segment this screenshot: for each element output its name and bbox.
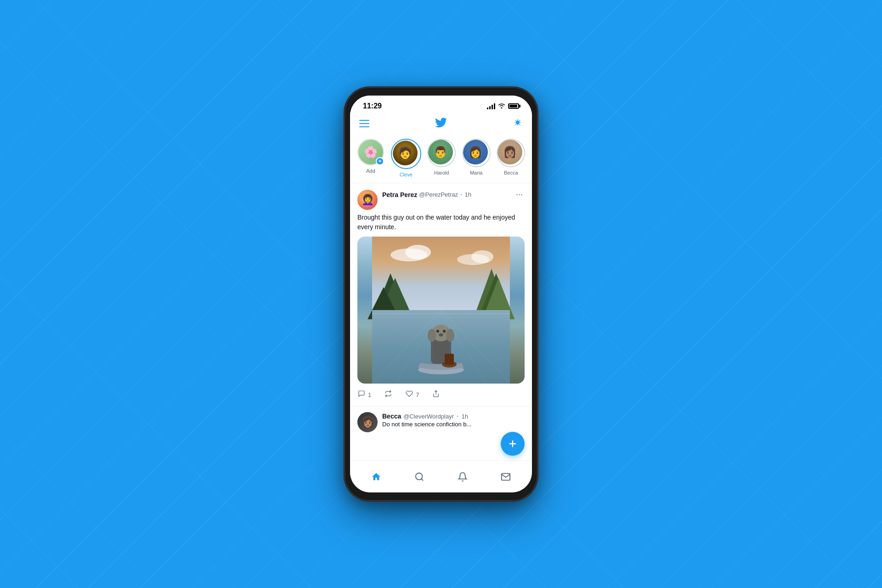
story-name-harold: Harold bbox=[434, 170, 449, 175]
phone-device: 11:29 bbox=[345, 87, 537, 501]
nav-home-button[interactable] bbox=[366, 467, 386, 487]
share-icon bbox=[432, 390, 440, 400]
story-avatar-harold-img: 👨 bbox=[428, 140, 455, 166]
tweet-1-retweet-button[interactable] bbox=[384, 390, 392, 400]
tweet-1-name: Petra Perez bbox=[382, 191, 417, 198]
status-icons bbox=[487, 102, 519, 110]
signal-bars-icon bbox=[487, 103, 495, 109]
signal-bar-1 bbox=[487, 107, 488, 109]
story-avatar-cleve-img: 🧑 bbox=[393, 141, 419, 167]
story-avatar-becca-wrap: 👩🏽 bbox=[497, 139, 525, 167]
nav-messages-button[interactable] bbox=[496, 467, 516, 487]
signal-bar-3 bbox=[492, 105, 493, 109]
tweet-2-text: Do not time science confiction b... bbox=[382, 420, 471, 429]
nav-search-button[interactable] bbox=[409, 467, 430, 487]
harold-avatar-circle: 👨 bbox=[428, 140, 453, 164]
compose-fab-button[interactable] bbox=[501, 432, 525, 456]
svg-point-22 bbox=[428, 329, 436, 342]
tweet-1-like-button[interactable]: 7 bbox=[405, 390, 419, 400]
story-name-maria: Maria bbox=[470, 170, 483, 175]
tweet-1-image-content bbox=[357, 237, 525, 384]
tweet-1-avatar[interactable]: 👩‍🦱 bbox=[357, 190, 378, 210]
story-item-cleve[interactable]: 🧑 Cleve bbox=[391, 139, 420, 177]
tweet-1-time: 1h bbox=[464, 191, 471, 198]
story-name-add: Add bbox=[366, 168, 375, 174]
story-avatar-cleve-wrap: 🧑 bbox=[391, 139, 421, 169]
add-story-button[interactable]: + bbox=[376, 157, 384, 165]
background: 11:29 bbox=[0, 0, 882, 588]
tweet-1-handle: @PerezPetraz bbox=[419, 191, 458, 198]
twitter-logo bbox=[435, 118, 447, 130]
story-item-add[interactable]: 🌸 + Add bbox=[357, 139, 384, 174]
svg-rect-28 bbox=[445, 354, 454, 365]
app-header bbox=[350, 114, 532, 135]
tweet-2-handle: @CleverWordplayr bbox=[403, 413, 454, 420]
tweet-2-preview: 👩🏽 Becca @CleverWordplayr · 1h Do not ti… bbox=[350, 407, 532, 438]
cleve-avatar-circle: 🧑 bbox=[393, 141, 418, 165]
tweet-1-share-button[interactable] bbox=[432, 390, 440, 400]
tweet-1-dot: · bbox=[460, 191, 462, 199]
story-avatar-harold-wrap: 👨 bbox=[427, 139, 456, 167]
becca-avatar-circle: 👩🏽 bbox=[498, 140, 522, 164]
svg-point-30 bbox=[416, 473, 423, 480]
tweet-1-actions: 1 bbox=[357, 388, 525, 400]
tweet-1-reply-count: 1 bbox=[368, 391, 371, 398]
story-avatar-maria-img: 👩 bbox=[463, 140, 490, 166]
phone-screen: 11:29 bbox=[350, 96, 532, 492]
tweet-1-meta: Petra Perez @PerezPetraz · 1h ··· bbox=[382, 190, 525, 199]
phone-body: 11:29 bbox=[345, 87, 537, 501]
signal-bar-2 bbox=[489, 106, 491, 109]
svg-point-2 bbox=[405, 245, 431, 260]
lake-scene-svg bbox=[357, 237, 525, 384]
tweet-1: 👩‍🦱 Petra Perez @PerezPetraz · 1h bbox=[350, 183, 532, 407]
reply-icon bbox=[357, 390, 366, 400]
tweet-1-author-row: Petra Perez @PerezPetraz · 1h ··· bbox=[382, 190, 525, 199]
tweet-2-dot: · bbox=[457, 412, 458, 420]
tweet-2-name: Becca bbox=[382, 413, 401, 420]
tweet-1-like-count: 7 bbox=[416, 391, 419, 398]
tweet-1-reply-button[interactable]: 1 bbox=[357, 390, 371, 400]
story-avatar-maria-wrap: 👩 bbox=[462, 139, 491, 167]
story-item-becca[interactable]: 👩🏽 Becca bbox=[497, 139, 525, 175]
tweet-2-meta: Becca @CleverWordplayr · 1h Do not time … bbox=[382, 412, 471, 432]
svg-point-23 bbox=[446, 329, 454, 342]
svg-point-25 bbox=[443, 330, 446, 333]
tweet-1-header: 👩‍🦱 Petra Perez @PerezPetraz · 1h bbox=[357, 190, 525, 210]
story-name-cleve: Cleve bbox=[400, 172, 413, 177]
stories-row: 🌸 + Add bbox=[350, 135, 532, 183]
wifi-icon bbox=[498, 102, 505, 110]
maria-avatar-circle: 👩 bbox=[463, 140, 488, 164]
bottom-nav bbox=[350, 460, 532, 492]
story-item-maria[interactable]: 👩 Maria bbox=[463, 139, 490, 175]
status-time: 11:29 bbox=[363, 102, 382, 110]
story-avatar-becca-img: 👩🏽 bbox=[498, 140, 524, 166]
tweet-1-more-button[interactable]: ··· bbox=[514, 190, 525, 199]
sparkle-button[interactable] bbox=[513, 118, 523, 130]
nav-notifications-button[interactable] bbox=[452, 467, 473, 487]
tweet-2-avatar[interactable]: 👩🏽 bbox=[357, 412, 378, 432]
story-name-becca: Becca bbox=[504, 170, 518, 175]
hamburger-line-3 bbox=[359, 126, 369, 127]
story-item-harold[interactable]: 👨 Harold bbox=[428, 139, 455, 175]
signal-bar-4 bbox=[494, 103, 495, 109]
hamburger-line-2 bbox=[359, 123, 369, 124]
tweet-2-time: 1h bbox=[461, 413, 468, 420]
menu-button[interactable] bbox=[359, 120, 369, 127]
svg-point-24 bbox=[436, 330, 439, 333]
svg-point-26 bbox=[439, 334, 443, 337]
retweet-icon bbox=[384, 390, 392, 400]
tweet-1-author-info: Petra Perez @PerezPetraz · 1h bbox=[382, 191, 471, 199]
hamburger-line-1 bbox=[359, 120, 369, 121]
battery-icon bbox=[508, 103, 519, 109]
story-avatar-add-wrap: 🌸 + bbox=[357, 139, 384, 165]
tweet-1-text: Brought this guy out on the water today … bbox=[357, 213, 525, 232]
status-bar: 11:29 bbox=[350, 96, 532, 114]
heart-icon bbox=[405, 390, 413, 400]
tweet-1-image[interactable] bbox=[357, 237, 525, 384]
svg-point-4 bbox=[471, 250, 493, 263]
